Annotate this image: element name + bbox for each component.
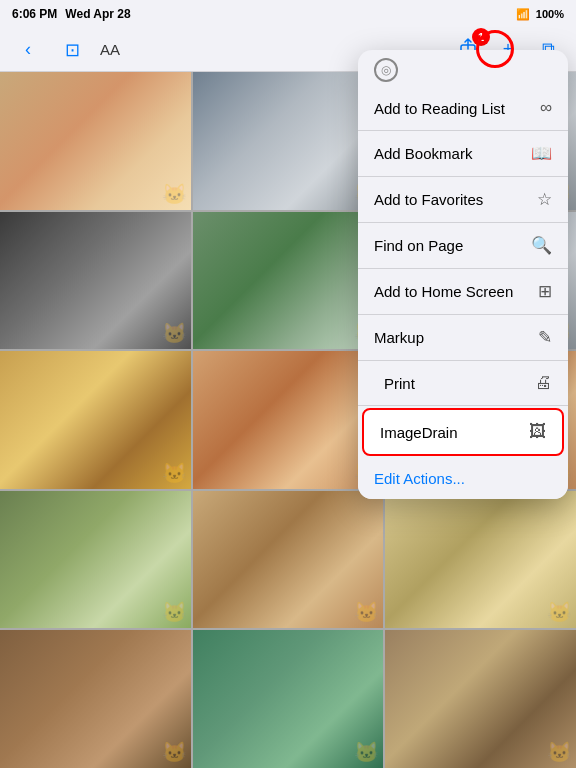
grid-cell-cat-face-brown — [0, 630, 191, 768]
add-reading-list-label: Add to Reading List — [374, 100, 540, 117]
menu-item-add-reading-list[interactable]: Add to Reading List ∞ — [358, 86, 568, 131]
menu-item-print[interactable]: 2 Print 🖨 — [358, 361, 568, 406]
compass-icon: ◎ — [374, 58, 398, 82]
status-bar: 6:06 PM Wed Apr 28 📶 100% — [0, 0, 576, 28]
status-date: Wed Apr 28 — [65, 7, 130, 21]
reader-view-button[interactable]: ⊡ — [56, 34, 88, 66]
grid-cell-cat-birds-white — [385, 630, 576, 768]
status-time: 6:06 PM — [12, 7, 57, 21]
share-menu-panel[interactable]: ◎ Add to Reading List ∞ Add Bookmark 📖 A… — [358, 50, 568, 499]
battery-text: 100% — [536, 8, 564, 20]
add-reading-list-icon: ∞ — [540, 98, 552, 118]
print-label: Print — [374, 375, 535, 392]
find-on-page-label: Find on Page — [374, 237, 531, 254]
font-size-button[interactable]: AA — [100, 41, 120, 58]
print-icon: 🖨 — [535, 373, 552, 393]
find-on-page-icon: 🔍 — [531, 235, 552, 256]
status-left: 6:06 PM Wed Apr 28 — [12, 7, 131, 21]
status-right: 📶 100% — [516, 8, 564, 21]
grid-cell-cat-black-white-flower — [0, 212, 191, 350]
add-home-screen-icon: ⊞ — [538, 281, 552, 302]
imagedrain-label: ImageDrain — [380, 424, 529, 441]
grid-cell-cat-kitten-daisy — [0, 491, 191, 629]
menu-item-add-home-screen[interactable]: Add to Home Screen ⊞ — [358, 269, 568, 315]
grid-cell-cat-orange-licking — [0, 72, 191, 210]
add-home-screen-label: Add to Home Screen — [374, 283, 538, 300]
menu-item-add-bookmark[interactable]: Add Bookmark 📖 — [358, 131, 568, 177]
grid-cell-cat-tabby-lying — [193, 491, 384, 629]
menu-item-markup[interactable]: Markup ✎ — [358, 315, 568, 361]
menu-item-find-on-page[interactable]: Find on Page 🔍 — [358, 223, 568, 269]
add-favorites-icon: ☆ — [537, 189, 552, 210]
menu-item-imagedrain[interactable]: ImageDrain 🖼 — [362, 408, 564, 456]
grid-cell-cat-tiger-green — [193, 630, 384, 768]
add-favorites-label: Add to Favorites — [374, 191, 537, 208]
markup-icon: ✎ — [538, 327, 552, 348]
back-icon: ‹ — [25, 39, 31, 60]
imagedrain-icon: 🖼 — [529, 422, 546, 442]
edit-actions-link[interactable]: Edit Actions... — [358, 458, 568, 499]
menu-item-add-favorites[interactable]: Add to Favorites ☆ — [358, 177, 568, 223]
add-bookmark-icon: 📖 — [531, 143, 552, 164]
back-button[interactable]: ‹ — [12, 34, 44, 66]
grid-cell-cat-looking-up — [385, 491, 576, 629]
grid-cell-cat-tabby-rolling — [0, 351, 191, 489]
reader-icon: ⊡ — [65, 39, 80, 61]
grid-cell-cat-tabby-sitting — [193, 351, 384, 489]
wifi-icon: 📶 — [516, 8, 530, 21]
grid-cell-cat-grey-cobblestone — [193, 212, 384, 350]
menu-compass-area: ◎ — [358, 50, 568, 86]
markup-label: Markup — [374, 329, 538, 346]
annotation-badge-1: 1 — [472, 28, 490, 46]
add-bookmark-label: Add Bookmark — [374, 145, 531, 162]
grid-cell-cat-grey-eyes — [193, 72, 384, 210]
